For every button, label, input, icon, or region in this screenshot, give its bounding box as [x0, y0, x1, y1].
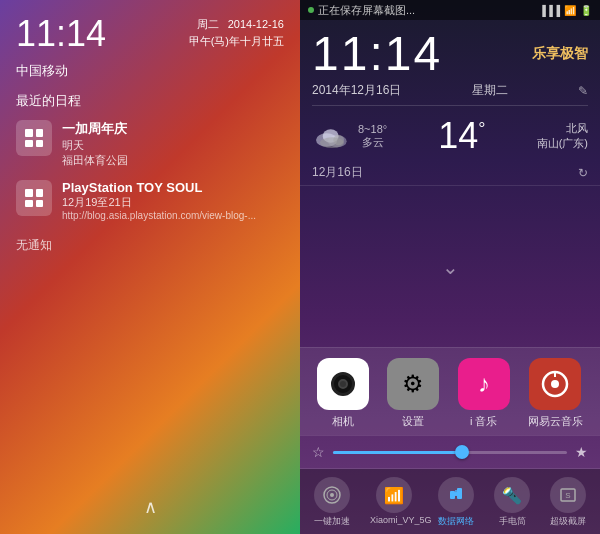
lock-screen-panel: 正在保存屏幕截图... ▐▐▐ 📶 🔋 11:14 乐享极智 2014年12月1… — [300, 0, 600, 534]
brightness-bar: ☆ ★ — [300, 435, 600, 469]
action-torch-label: 手电筒 — [499, 515, 526, 528]
notif-icon-1 — [16, 120, 52, 156]
speed-icon — [314, 477, 350, 513]
music-app-label: i 音乐 — [470, 414, 498, 429]
action-data-label: 数据网络 — [438, 515, 474, 528]
netease-app-icon — [529, 358, 581, 410]
status-bar-right: 正在保存屏幕截图... ▐▐▐ 📶 🔋 — [300, 0, 600, 20]
screenshot-icon: S — [550, 477, 586, 513]
wifi-status-icon: 📶 — [564, 5, 576, 16]
bottom-actions: 一键加速 📶 Xiaomi_VY_5G 数据网络 🔦 — [300, 469, 600, 534]
brightness-slider-fill — [333, 451, 462, 454]
svg-point-10 — [330, 493, 334, 497]
weather-temp: 14° — [438, 118, 485, 154]
status-bar-left: 11:14 周二 2014-12-16 甲午(马)年十月廿五 — [16, 16, 284, 52]
action-data[interactable]: 数据网络 — [438, 477, 474, 528]
weather-right: 北风 南山(广东) — [537, 121, 588, 151]
lock-date-row: 2014年12月16日 星期二 ✎ — [312, 82, 588, 106]
battery-icon: 🔋 — [580, 5, 592, 16]
netease-app-label: 网易云音乐 — [528, 414, 583, 429]
weather-temp-area: 14° — [438, 118, 485, 154]
lock-clock: 11:14 — [312, 30, 442, 78]
app-camera[interactable]: 相机 — [317, 358, 369, 429]
clock-left: 11:14 — [16, 16, 106, 52]
notification-item-2[interactable]: PlayStation TOY SOUL 12月19至21日 http://bl… — [16, 180, 284, 221]
settings-app-icon: ⚙ — [387, 358, 439, 410]
app-settings[interactable]: ⚙ 设置 — [387, 358, 439, 429]
status-text: 正在保存屏幕截图... — [318, 3, 415, 18]
section-recent-label: 最近的日程 — [16, 92, 284, 110]
quick-launch: 相机 ⚙ 设置 ♪ i 音乐 — [300, 347, 600, 435]
weather-description: 8~18° 多云 — [358, 123, 387, 150]
lock-weekday: 星期二 — [472, 82, 508, 99]
date-info-left: 周二 2014-12-16 甲午(马)年十月廿五 — [189, 16, 284, 49]
app-netease[interactable]: 网易云音乐 — [528, 358, 583, 429]
notification-item-1[interactable]: 一加周年庆 明天 福田体育公园 — [16, 120, 284, 168]
no-notification-label: 无通知 — [16, 237, 284, 254]
middle-area: ⌄ — [300, 186, 600, 347]
refresh-icon[interactable]: ↻ — [578, 166, 588, 180]
svg-point-6 — [551, 380, 559, 388]
svg-point-4 — [320, 137, 344, 148]
camera-lens-inner — [338, 379, 348, 389]
action-wifi[interactable]: 📶 Xiaomi_VY_5G — [370, 477, 418, 528]
lock-time-row: 11:14 乐享极智 — [312, 30, 588, 78]
status-icons-right: ▐▐▐ 📶 🔋 — [539, 5, 592, 16]
signal-icon: ▐▐▐ — [539, 5, 560, 16]
action-speed-label: 一键加速 — [314, 515, 350, 528]
lock-slogan: 乐享极智 — [532, 45, 588, 63]
weather-date-label: 12月16日 — [312, 164, 363, 181]
camera-lens — [331, 372, 355, 396]
wifi-icon: 📶 — [376, 477, 412, 513]
netease-logo-svg — [540, 369, 570, 399]
grid-icon-2 — [25, 189, 43, 207]
notification-panel: 11:14 周二 2014-12-16 甲午(马)年十月廿五 中国移动 最近的日… — [0, 0, 300, 534]
brightness-slider-track[interactable] — [333, 451, 567, 454]
app-music[interactable]: ♪ i 音乐 — [458, 358, 510, 429]
brightness-low-icon: ☆ — [312, 444, 325, 460]
notif-text-2: PlayStation TOY SOUL 12月19至21日 http://bl… — [62, 180, 256, 221]
edit-icon[interactable]: ✎ — [578, 84, 588, 98]
weather-date-bar: 12月16日 ↻ — [300, 160, 600, 186]
action-screenshot[interactable]: S 超级截屏 — [550, 477, 586, 528]
lock-widget: 11:14 乐享极智 2014年12月16日 星期二 ✎ — [300, 20, 600, 112]
settings-app-label: 设置 — [402, 414, 424, 429]
chevron-down-icon[interactable]: ⌄ — [442, 255, 459, 279]
camera-app-label: 相机 — [332, 414, 354, 429]
svg-text:S: S — [565, 491, 570, 500]
weather-icon-area: 8~18° 多云 — [312, 122, 387, 150]
expand-arrow-icon[interactable]: ∧ — [144, 496, 157, 518]
torch-icon: 🔦 — [494, 477, 530, 513]
svg-rect-11 — [450, 491, 455, 499]
grid-icon-1 — [25, 129, 43, 147]
notif-text-1: 一加周年庆 明天 福田体育公园 — [62, 120, 128, 168]
action-screenshot-label: 超级截屏 — [550, 515, 586, 528]
quick-icons-row: 相机 ⚙ 设置 ♪ i 音乐 — [300, 358, 600, 429]
status-dot-icon — [308, 7, 314, 13]
weather-cloud-icon — [312, 122, 352, 150]
action-torch[interactable]: 🔦 手电筒 — [494, 477, 530, 528]
lock-date: 2014年12月16日 — [312, 82, 401, 99]
action-speed[interactable]: 一键加速 — [314, 477, 350, 528]
notif-icon-2 — [16, 180, 52, 216]
weather-row: 8~18° 多云 14° 北风 南山(广东) — [300, 112, 600, 160]
brightness-slider-thumb[interactable] — [455, 445, 469, 459]
carrier-label: 中国移动 — [16, 62, 284, 80]
camera-app-icon — [317, 358, 369, 410]
music-app-icon: ♪ — [458, 358, 510, 410]
action-wifi-label: Xiaomi_VY_5G — [370, 515, 418, 525]
data-icon — [438, 477, 474, 513]
brightness-high-icon: ★ — [575, 444, 588, 460]
